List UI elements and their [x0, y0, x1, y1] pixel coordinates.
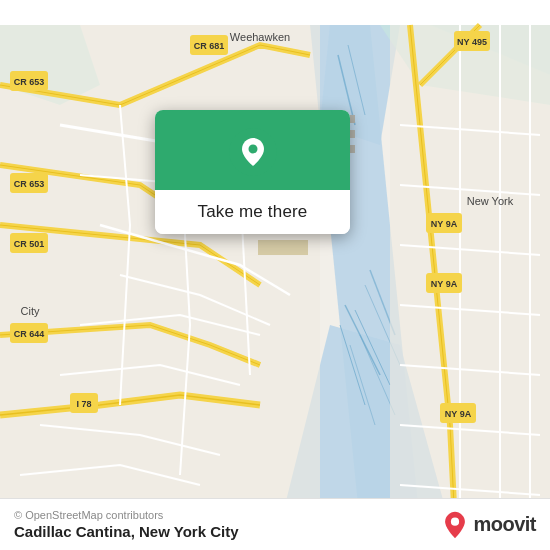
- location-popup: Take me there: [155, 110, 350, 234]
- svg-text:NY 495: NY 495: [457, 37, 487, 47]
- place-name: Cadillac Cantina, New York City: [14, 523, 239, 540]
- svg-point-48: [451, 517, 459, 525]
- svg-text:NY 9A: NY 9A: [445, 409, 472, 419]
- popup-header: [155, 110, 350, 190]
- location-pin-icon: [229, 128, 277, 176]
- svg-rect-17: [390, 25, 550, 525]
- svg-text:City: City: [21, 305, 40, 317]
- svg-text:I 78: I 78: [76, 399, 91, 409]
- moovit-pin-icon: [441, 511, 469, 539]
- svg-point-47: [248, 145, 257, 154]
- svg-text:CR 681: CR 681: [194, 41, 225, 51]
- take-me-there-button[interactable]: Take me there: [155, 190, 350, 234]
- moovit-brand-text: moovit: [473, 513, 536, 536]
- bottom-bar: © OpenStreetMap contributors Cadillac Ca…: [0, 498, 550, 550]
- map-container: CR 653 CR 681 CR 653 CR 501 CR 644 I 78 …: [0, 0, 550, 550]
- moovit-logo: moovit: [441, 511, 536, 539]
- svg-text:CR 501: CR 501: [14, 239, 45, 249]
- svg-text:CR 653: CR 653: [14, 77, 45, 87]
- bottom-bar-info: © OpenStreetMap contributors Cadillac Ca…: [14, 509, 239, 540]
- svg-text:NY 9A: NY 9A: [431, 279, 458, 289]
- svg-text:NY 9A: NY 9A: [431, 219, 458, 229]
- svg-text:CR 644: CR 644: [14, 329, 45, 339]
- svg-rect-16: [0, 25, 320, 525]
- svg-text:CR 653: CR 653: [14, 179, 45, 189]
- map-background: CR 653 CR 681 CR 653 CR 501 CR 644 I 78 …: [0, 0, 550, 550]
- map-credit: © OpenStreetMap contributors: [14, 509, 239, 521]
- svg-text:Weehawken: Weehawken: [230, 31, 290, 43]
- svg-text:New York: New York: [467, 195, 514, 207]
- svg-rect-45: [258, 240, 308, 255]
